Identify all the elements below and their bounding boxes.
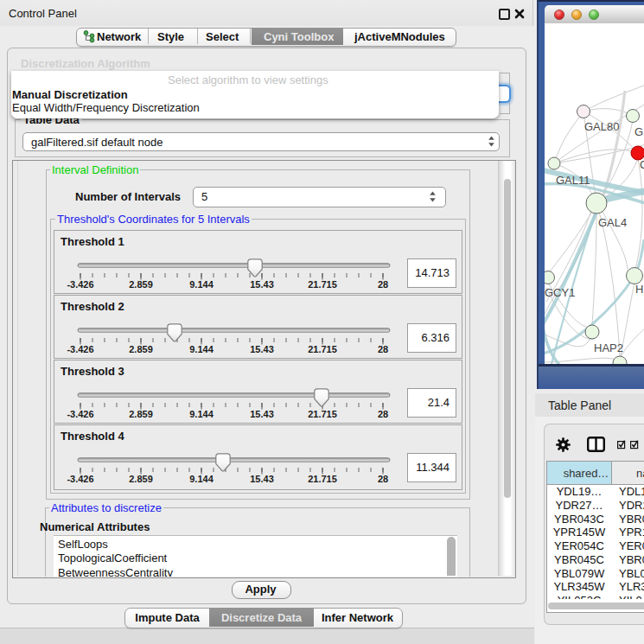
svg-text:9.144: 9.144: [189, 279, 214, 290]
svg-text:9.144: 9.144: [189, 344, 214, 354]
svg-text:GAL80: GAL80: [584, 120, 619, 133]
svg-text:GAL11: GAL11: [556, 174, 590, 187]
svg-text:H: H: [635, 283, 643, 296]
svg-text:-3.426: -3.426: [67, 409, 93, 419]
svg-text:C: C: [640, 158, 644, 171]
svg-text:28: 28: [378, 279, 388, 290]
svg-text:-3.426: -3.426: [67, 474, 93, 484]
svg-text:2.859: 2.859: [129, 409, 153, 419]
svg-text:15.43: 15.43: [250, 409, 274, 419]
svg-text:21.715: 21.715: [308, 344, 337, 354]
svg-text:28: 28: [378, 409, 388, 419]
svg-text:15.43: 15.43: [250, 279, 274, 290]
svg-text:21.715: 21.715: [308, 279, 337, 290]
svg-text:21.715: 21.715: [308, 474, 337, 484]
svg-text:9.144: 9.144: [189, 409, 214, 419]
svg-text:G.: G.: [634, 125, 644, 138]
svg-text:9.144: 9.144: [189, 474, 214, 484]
svg-text:-3.426: -3.426: [67, 344, 93, 354]
svg-text:28: 28: [378, 344, 388, 354]
svg-text:2.859: 2.859: [129, 279, 153, 290]
svg-text:GCY1: GCY1: [545, 286, 575, 299]
svg-text:15.43: 15.43: [250, 344, 274, 354]
svg-text:-3.426: -3.426: [67, 279, 93, 290]
svg-text:21.715: 21.715: [308, 409, 337, 419]
svg-text:2.859: 2.859: [129, 474, 153, 484]
svg-text:28: 28: [378, 474, 388, 484]
svg-text:2.859: 2.859: [129, 344, 153, 354]
svg-text:HAP2: HAP2: [594, 341, 623, 354]
svg-text:15.43: 15.43: [250, 474, 274, 484]
svg-text:GAL4: GAL4: [598, 216, 627, 229]
